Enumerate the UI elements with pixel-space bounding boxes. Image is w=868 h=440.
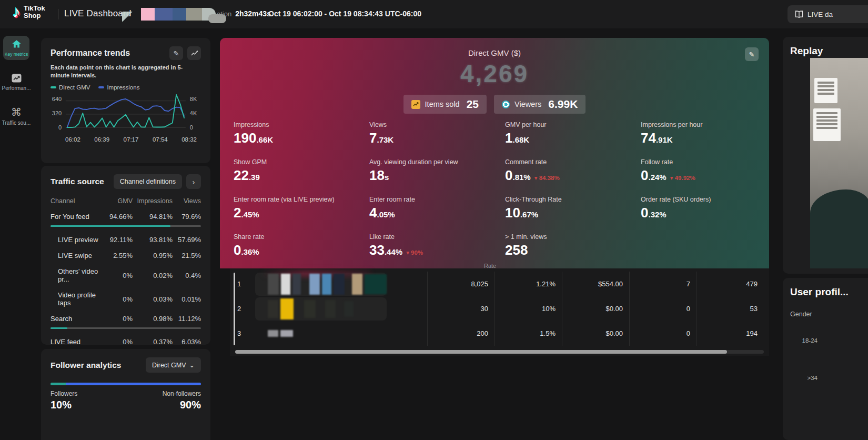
key-metrics-active-tile: Key metrics bbox=[3, 36, 29, 60]
traffic-row-video-profile-taps[interactable]: Video profile taps 0% 0.03% 0.01% bbox=[51, 291, 201, 307]
cell-clicks: 53 bbox=[697, 296, 764, 321]
home-icon bbox=[12, 39, 22, 48]
metric-comment-rate: Comment rate0.81%▾ 84.38% bbox=[505, 158, 641, 184]
cell-impressions: 8,025 bbox=[427, 272, 494, 296]
trend-line-icon bbox=[191, 51, 198, 56]
y-axis-left: 640 320 0 bbox=[51, 93, 64, 135]
duration-value: 2h32m43s bbox=[235, 9, 271, 18]
traffic-row-search[interactable]: Search 0% 0.98% 11.12% bbox=[51, 315, 201, 329]
viewers-icon bbox=[502, 101, 510, 108]
cell-orders: 7 bbox=[629, 272, 697, 296]
follower-ratio-bar bbox=[51, 383, 201, 385]
cell-clicks: 194 bbox=[697, 321, 764, 346]
vertical-scrollbar[interactable] bbox=[234, 273, 235, 345]
live-duration: ation 2h32m43s bbox=[217, 9, 271, 18]
performance-trends-title: Performance trends bbox=[51, 48, 130, 58]
live-data-button[interactable]: LIVE da bbox=[788, 5, 868, 23]
edit-hero-metrics-button[interactable]: ✎ bbox=[745, 47, 759, 61]
y-axis-right: 8K 4K 0 bbox=[187, 93, 201, 135]
tiktok-note-icon: ♪ bbox=[13, 4, 21, 20]
table-row[interactable]: 1 8,025 1.21% $554.00 7 479 bbox=[237, 272, 768, 296]
followers-value: 10% bbox=[51, 399, 72, 411]
views-progress-bar bbox=[51, 225, 201, 227]
direct-gmv-value: 4,269 bbox=[220, 59, 769, 88]
traffic-row-live-feed[interactable]: LIVE feed 0% 0.37% 6.03% bbox=[51, 338, 201, 345]
traffic-row-live-preview[interactable]: LIVE preview 92.11% 93.81% 57.69% bbox=[51, 236, 201, 244]
row-index: 2 bbox=[237, 305, 255, 313]
metric-follow-rate: Follow rate0.24%▾ 49.92% bbox=[641, 158, 776, 184]
table-row[interactable]: 3 200 1.5% $0.00 0 194 bbox=[237, 321, 768, 346]
non-followers-segment bbox=[66, 383, 201, 385]
chevron-down-icon: ⌄ bbox=[189, 361, 195, 369]
product-thumbnail-redacted bbox=[255, 297, 387, 321]
traffic-knot-icon: ⌘ bbox=[11, 107, 22, 117]
replay-video-thumbnail[interactable] bbox=[810, 58, 868, 268]
metric-impressions: Impressions190.66K bbox=[234, 121, 369, 146]
viewers-badge: Viewers 6.99K bbox=[494, 95, 586, 114]
metric-1min-views: > 1 min. views258 bbox=[505, 233, 641, 258]
traffic-row-for-you-feed[interactable]: For You feed 94.66% 94.81% 79.6% bbox=[51, 213, 201, 227]
row-index: 1 bbox=[237, 280, 255, 288]
thumbnail-label-card bbox=[814, 78, 837, 103]
cell-gmv: $0.00 bbox=[562, 296, 629, 321]
traffic-row-live-swipe[interactable]: LIVE swipe 2.55% 0.95% 21.5% bbox=[51, 252, 201, 259]
channel-definitions-button[interactable]: Channel definitions bbox=[114, 174, 182, 189]
sidebar-label: Performan... bbox=[2, 85, 31, 91]
replay-card: Replay bbox=[783, 37, 868, 274]
cell-gmv: $0.00 bbox=[562, 321, 629, 346]
age-band-label: >34 bbox=[783, 375, 817, 381]
non-followers-label: Non-followers bbox=[163, 390, 201, 397]
sidebar-item-traffic-source[interactable]: ⌘ Traffic sou... bbox=[0, 107, 33, 126]
performance-chart-icon bbox=[12, 74, 22, 83]
live-metrics-hero: ✎ Direct GMV ($) 4,269 Items sold 25 Vie… bbox=[220, 38, 769, 268]
trend-chart-plot bbox=[64, 93, 187, 135]
sidebar-label: Traffic sou... bbox=[2, 120, 31, 126]
metric-click-through-rate: Click-Through Rate10.67% bbox=[505, 196, 641, 221]
metric-show-gpm: Show GPM22.39 bbox=[234, 158, 369, 184]
metric-avg-viewing-duration: Avg. viewing duration per view18s bbox=[369, 158, 505, 184]
cell-orders: 0 bbox=[629, 296, 697, 321]
metric-views: Views7.73K bbox=[369, 121, 505, 146]
cell-rate: 10% bbox=[494, 296, 562, 321]
sidebar-item-key-metrics[interactable]: Key metrics bbox=[0, 36, 33, 60]
table-row[interactable]: 2 30 10% $0.00 0 53 bbox=[237, 296, 768, 321]
edit-metrics-button[interactable]: ✎ bbox=[169, 46, 183, 60]
legend-swatch-blue bbox=[98, 86, 104, 88]
direct-gmv-label: Direct GMV ($) bbox=[220, 48, 769, 57]
tiktok-shop-logo[interactable]: ♪ TikTok Shop bbox=[13, 4, 45, 20]
topbar-divider bbox=[58, 9, 58, 19]
chart-view-button[interactable] bbox=[187, 46, 201, 60]
legend-impressions: Impressions bbox=[98, 84, 139, 91]
cell-gmv: $554.00 bbox=[562, 272, 629, 296]
user-profile-title: User profil... bbox=[783, 278, 868, 298]
thumbnail-foreground-object bbox=[810, 189, 868, 268]
product-thumbnail-redacted bbox=[255, 322, 387, 345]
age-band-label: 18-24 bbox=[783, 337, 817, 344]
legend-label: Direct GMV bbox=[59, 84, 90, 91]
user-profile-card: User profil... Gender A 18-24 >34 bbox=[783, 278, 868, 440]
horizontal-scrollbar[interactable] bbox=[235, 350, 764, 354]
replay-title: Replay bbox=[783, 37, 868, 57]
metric-order-rate: Order rate (SKU orders)0.32% bbox=[641, 196, 776, 221]
metric-enter-room-rate: Enter room rate4.05% bbox=[369, 196, 505, 221]
follower-analytics-title: Follower analytics bbox=[51, 361, 121, 370]
traffic-source-title: Traffic source bbox=[51, 177, 104, 186]
followers-segment bbox=[51, 383, 66, 385]
traffic-row-others-video[interactable]: Others' video pr... 0% 0.02% 0.4% bbox=[51, 267, 201, 283]
traffic-source-card: Traffic source Channel definitions › Cha… bbox=[41, 166, 210, 345]
non-followers-value: 90% bbox=[180, 399, 201, 411]
legend-direct-gmv: Direct GMV bbox=[51, 84, 90, 91]
sidebar: Key metrics Performan... ⌘ Traffic sou..… bbox=[0, 28, 33, 440]
live-data-button-label: LIVE da bbox=[808, 11, 833, 18]
legend-swatch-teal bbox=[51, 86, 56, 88]
cell-rate: 1.5% bbox=[494, 321, 562, 346]
metric-dropdown[interactable]: Direct GMV ⌄ bbox=[146, 357, 201, 373]
metric-impressions-per-hour: Impressions per hour74.91K bbox=[641, 121, 776, 146]
product-thumbnail-redacted bbox=[255, 273, 387, 296]
scrollbar-thumb[interactable] bbox=[235, 350, 727, 354]
sidebar-item-performance[interactable]: Performan... bbox=[0, 74, 33, 91]
table-header-rate-partial: Rate bbox=[484, 263, 496, 269]
traffic-source-expand-button[interactable]: › bbox=[186, 174, 201, 189]
views-progress-bar bbox=[51, 327, 201, 329]
gender-label: Gender bbox=[790, 311, 812, 318]
